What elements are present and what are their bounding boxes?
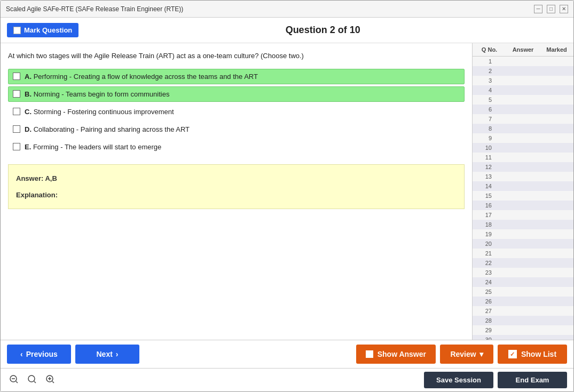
q-row-22[interactable]: 22 (473, 258, 573, 268)
q-row-27[interactable]: 27 (473, 306, 573, 316)
option-b[interactable]: B. Norming - Teams begin to form communi… (8, 86, 465, 102)
q-row-15[interactable]: 15 (473, 191, 573, 201)
review-button[interactable]: Review ▾ (440, 345, 493, 364)
option-a[interactable]: A. Performing - Creating a flow of knowl… (8, 69, 465, 84)
next-button[interactable]: Next › (75, 345, 139, 364)
col-answer: Answer (506, 45, 540, 54)
mark-question-label: Mark Question (24, 26, 72, 34)
q-row-23[interactable]: 23 (473, 268, 573, 277)
option-e[interactable]: E. Forming - The leaders will start to e… (8, 139, 465, 155)
question-list[interactable]: 1 2 3 4 5 6 7 8 9 10 11 12 13 14 15 16 1 (473, 57, 573, 340)
bottom-bar: ‹ Previous Next › Show Answer Review ▾ S… (1, 340, 573, 368)
zoom-out-button[interactable] (7, 373, 21, 387)
q-row-14[interactable]: 14 (473, 181, 573, 191)
left-panel: At which two stages will the Agile Relea… (1, 43, 472, 340)
q-row-8[interactable]: 8 (473, 124, 573, 133)
option-b-text: B. Norming - Teams begin to form communi… (25, 90, 169, 98)
mark-checkbox-icon (13, 27, 21, 34)
option-d-text: D. Collaborating - Pairing and sharing a… (25, 125, 190, 133)
zoom-out-icon (9, 374, 19, 384)
option-e-text: E. Forming - The leaders will start to e… (25, 143, 161, 151)
right-panel-header: Q No. Answer Marked (473, 43, 573, 57)
q-row-30[interactable]: 30 (473, 335, 573, 340)
review-arrow-icon: ▾ (479, 350, 483, 358)
q-row-3[interactable]: 3 (473, 76, 573, 85)
q-row-20[interactable]: 20 (473, 239, 573, 249)
main-area: Mark Question Question 2 of 10 At which … (1, 18, 573, 391)
title-bar: Scaled Agile SAFe-RTE (SAFe Release Trai… (1, 1, 573, 18)
q-row-7[interactable]: 7 (473, 114, 573, 124)
col-marked: Marked (540, 45, 573, 54)
svg-line-4 (34, 381, 36, 383)
q-row-25[interactable]: 25 (473, 287, 573, 297)
q-row-2[interactable]: 2 (473, 66, 573, 76)
checkbox-e[interactable] (13, 143, 20, 150)
q-row-11[interactable]: 11 (473, 153, 573, 162)
zoom-in-button[interactable] (43, 373, 57, 387)
zoom-normal-button[interactable] (25, 373, 39, 387)
question-title: Question 2 of 10 (78, 25, 567, 36)
show-list-check-icon (508, 350, 517, 358)
q-row-1[interactable]: 1 (473, 57, 573, 66)
top-bar: Mark Question Question 2 of 10 (1, 18, 573, 43)
option-c[interactable]: C. Storming - Fostering continuous impro… (8, 104, 465, 119)
end-exam-button[interactable]: End Exam (498, 372, 567, 388)
show-answer-label: Show Answer (378, 350, 426, 358)
content-area: At which two stages will the Agile Relea… (1, 43, 573, 340)
option-c-text: C. Storming - Fostering continuous impro… (25, 108, 174, 116)
q-row-26[interactable]: 26 (473, 297, 573, 306)
question-text: At which two stages will the Agile Relea… (8, 51, 465, 61)
explanation-label: Explanation: (16, 191, 58, 199)
review-label: Review (450, 350, 476, 358)
window-controls: ─ □ ✕ (534, 5, 568, 13)
app-window: Scaled Agile SAFe-RTE (SAFe Release Trai… (0, 0, 574, 392)
q-row-9[interactable]: 9 (473, 133, 573, 143)
q-row-18[interactable]: 18 (473, 220, 573, 229)
checkbox-d[interactable] (13, 125, 20, 133)
show-answer-icon (366, 350, 373, 358)
next-chevron-icon: › (116, 350, 119, 358)
minimize-button[interactable]: ─ (534, 5, 542, 13)
q-row-17[interactable]: 17 (473, 210, 573, 220)
show-list-label: Show List (521, 350, 556, 358)
bottom-bar2: Save Session End Exam (1, 368, 573, 391)
q-row-24[interactable]: 24 (473, 277, 573, 287)
checkbox-a[interactable] (13, 73, 20, 80)
svg-line-2 (16, 381, 18, 383)
close-button[interactable]: ✕ (560, 5, 568, 13)
show-list-button[interactable]: Show List (498, 345, 567, 364)
q-row-12[interactable]: 12 (473, 162, 573, 172)
q-row-19[interactable]: 19 (473, 229, 573, 239)
option-a-text: A. Performing - Creating a flow of knowl… (25, 73, 258, 81)
q-row-13[interactable]: 13 (473, 172, 573, 181)
mark-question-button[interactable]: Mark Question (7, 23, 78, 37)
svg-line-8 (52, 381, 54, 383)
show-answer-button[interactable]: Show Answer (356, 345, 436, 364)
maximize-button[interactable]: □ (547, 5, 555, 13)
options-list: A. Performing - Creating a flow of knowl… (8, 69, 465, 155)
next-label: Next (96, 350, 112, 358)
checkbox-c[interactable] (13, 108, 20, 115)
q-row-5[interactable]: 5 (473, 95, 573, 105)
previous-chevron-icon: ‹ (20, 350, 23, 358)
q-row-10[interactable]: 10 (473, 143, 573, 153)
previous-label: Previous (26, 350, 58, 358)
q-row-4[interactable]: 4 (473, 85, 573, 95)
zoom-in-icon (45, 374, 55, 384)
zoom-normal-icon (27, 374, 37, 384)
svg-point-3 (28, 375, 35, 382)
q-row-21[interactable]: 21 (473, 249, 573, 258)
q-row-29[interactable]: 29 (473, 325, 573, 335)
save-session-button[interactable]: Save Session (424, 372, 493, 388)
q-row-6[interactable]: 6 (473, 105, 573, 114)
previous-button[interactable]: ‹ Previous (7, 345, 71, 364)
q-row-28[interactable]: 28 (473, 316, 573, 325)
checkbox-b[interactable] (13, 90, 20, 98)
q-row-16[interactable]: 16 (473, 201, 573, 210)
window-title: Scaled Agile SAFe-RTE (SAFe Release Trai… (6, 5, 534, 13)
col-qno: Q No. (473, 45, 506, 54)
answer-label: Answer: A,B (16, 172, 457, 185)
answer-box: Answer: A,B Explanation: (8, 164, 465, 210)
right-panel: Q No. Answer Marked 1 2 3 4 5 6 7 8 9 10… (472, 43, 573, 340)
option-d[interactable]: D. Collaborating - Pairing and sharing a… (8, 122, 465, 137)
